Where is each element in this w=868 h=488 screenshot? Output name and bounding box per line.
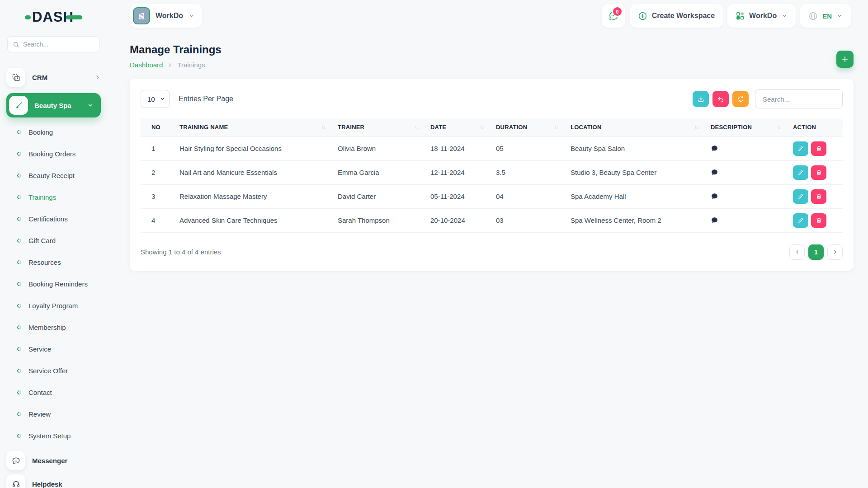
- delete-button[interactable]: [811, 165, 826, 180]
- pagination-prev-button[interactable]: [789, 244, 805, 260]
- reset-button[interactable]: [712, 91, 729, 107]
- plus-icon: [841, 55, 849, 63]
- edit-button[interactable]: [793, 189, 808, 204]
- apps-dropdown[interactable]: WorkDo: [727, 4, 796, 28]
- sidebar-item-review[interactable]: Review: [0, 403, 107, 425]
- cell-description: [705, 136, 788, 160]
- sidebar-item-contact[interactable]: Contact: [0, 381, 107, 403]
- search-icon: [13, 41, 19, 48]
- breadcrumb-dashboard[interactable]: Dashboard: [130, 61, 163, 69]
- page-head: Manage Trainings Dashboard Trainings: [130, 43, 854, 69]
- chevron-right-icon: [94, 74, 101, 80]
- bullet-icon: [16, 194, 22, 200]
- cell-action: [788, 184, 843, 208]
- column-training-name[interactable]: TRAINING NAME↑↓: [174, 118, 332, 136]
- undo-icon: [717, 95, 725, 103]
- sidebar-item-helpdesk[interactable]: Helpdesk: [6, 474, 101, 488]
- sidebar-item-service[interactable]: Service: [0, 338, 107, 360]
- workspace-name: WorkDo: [156, 12, 183, 20]
- sidebar-item-messenger[interactable]: Messenger: [6, 451, 101, 470]
- add-training-button[interactable]: [836, 51, 854, 68]
- column-duration[interactable]: DURATION↑↓: [491, 118, 565, 136]
- table-row: 2 Nail Art and Manicure Essentials Emma …: [141, 160, 843, 184]
- entries-per-page-select[interactable]: 10: [141, 90, 170, 108]
- bullet-icon: [16, 151, 22, 157]
- pagination-page-1-button[interactable]: 1: [808, 244, 824, 260]
- edit-button[interactable]: [793, 213, 808, 228]
- chevron-left-icon: [794, 249, 800, 255]
- sidebar: DASH CRM Beauty Spa: [0, 0, 107, 488]
- bullet-icon: [16, 216, 22, 222]
- sidebar-item-booking[interactable]: Booking: [0, 121, 107, 143]
- globe-icon: [808, 11, 818, 21]
- messenger-label: Messenger: [32, 457, 67, 465]
- column-no[interactable]: NO: [141, 118, 174, 136]
- pencil-icon: [797, 217, 804, 224]
- cell-no: 3: [141, 184, 174, 208]
- notification-badge: 0: [613, 7, 622, 16]
- description-bubble-icon[interactable]: [711, 192, 782, 200]
- cell-trainer: Sarah Thompson: [332, 208, 425, 232]
- sidebar-item-certifications[interactable]: Certifications: [0, 208, 107, 230]
- sidebar-item-label: Booking: [28, 128, 53, 136]
- beauty-spa-label: Beauty Spa: [34, 102, 71, 109]
- create-workspace-button[interactable]: Create Workspace: [630, 4, 723, 28]
- column-description[interactable]: DESCRIPTION↑↓: [705, 118, 788, 136]
- circle-plus-icon: [638, 11, 647, 21]
- refresh-button[interactable]: [732, 91, 749, 107]
- notifications-button[interactable]: 0: [602, 4, 625, 28]
- sidebar-item-system-setup[interactable]: System Setup: [0, 425, 107, 446]
- sidebar-item-trainings[interactable]: Trainings: [0, 186, 107, 208]
- table-toolbar: 10 Entries Per Page: [141, 89, 843, 108]
- description-bubble-icon[interactable]: [711, 169, 782, 176]
- edit-button[interactable]: [793, 165, 808, 180]
- table-header-row: NO TRAINING NAME↑↓ TRAINER↑↓ DATE↑↓ DURA…: [141, 118, 843, 136]
- column-date[interactable]: DATE↑↓: [425, 118, 491, 136]
- sidebar-group-beauty-spa[interactable]: Beauty Spa: [6, 93, 101, 117]
- bullet-icon: [16, 368, 22, 374]
- table-row: 4 Advanced Skin Care Techniques Sarah Th…: [141, 208, 843, 232]
- language-dropdown[interactable]: EN: [800, 4, 851, 28]
- sidebar-item-gift-card[interactable]: Gift Card: [0, 230, 107, 251]
- sidebar-item-crm[interactable]: CRM: [6, 68, 101, 87]
- sidebar-item-label: Loyalty Program: [28, 302, 78, 310]
- sidebar-item-service-offer[interactable]: Service Offer: [0, 360, 107, 381]
- delete-button[interactable]: [811, 213, 826, 228]
- grid-plus-icon: [736, 11, 745, 20]
- main-area: WorkDo 0 Create Workspace WorkDo: [107, 0, 868, 488]
- sidebar-item-beauty-receipt[interactable]: Beauty Receipt: [0, 164, 107, 186]
- trainings-table: NO TRAINING NAME↑↓ TRAINER↑↓ DATE↑↓ DURA…: [141, 118, 843, 233]
- sidebar-item-resources[interactable]: Resources: [0, 251, 107, 273]
- sidebar-item-label: Resources: [28, 258, 61, 266]
- edit-button[interactable]: [793, 141, 808, 156]
- cell-training-name: Hair Styling for Special Occasions: [174, 136, 332, 160]
- sidebar-item-membership[interactable]: Membership: [0, 316, 107, 338]
- cell-no: 1: [141, 136, 174, 160]
- sort-icon: ↑↓: [480, 125, 485, 130]
- app-logo[interactable]: DASH: [0, 7, 107, 27]
- cell-duration: 03: [491, 208, 565, 232]
- sidebar-item-loyalty-program[interactable]: Loyalty Program: [0, 295, 107, 316]
- export-button[interactable]: [693, 91, 709, 107]
- apps-label: WorkDo: [749, 12, 777, 20]
- table-search-input[interactable]: [755, 89, 843, 108]
- trash-icon: [816, 217, 822, 224]
- trainings-card: 10 Entries Per Page: [130, 79, 854, 271]
- description-bubble-icon[interactable]: [711, 145, 782, 152]
- workspace-selector[interactable]: WorkDo: [130, 4, 202, 28]
- refresh-icon: [737, 95, 745, 103]
- sidebar-item-label: Booking Orders: [28, 150, 75, 158]
- column-location[interactable]: LOCATION↑↓: [565, 118, 705, 136]
- delete-button[interactable]: [811, 141, 826, 156]
- sidebar-item-booking-reminders[interactable]: Booking Reminders: [0, 273, 107, 295]
- sidebar-item-booking-orders[interactable]: Booking Orders: [0, 143, 107, 164]
- delete-button[interactable]: [811, 189, 826, 204]
- pagination-next-button[interactable]: [827, 244, 843, 260]
- description-bubble-icon[interactable]: [711, 216, 782, 224]
- column-trainer[interactable]: TRAINER↑↓: [332, 118, 425, 136]
- cell-no: 4: [141, 208, 174, 232]
- cell-training-name: Nail Art and Manicure Essentials: [174, 160, 332, 184]
- pencil-icon: [797, 145, 804, 152]
- sidebar-search-input[interactable]: [23, 41, 94, 48]
- helpdesk-label: Helpdesk: [32, 480, 62, 488]
